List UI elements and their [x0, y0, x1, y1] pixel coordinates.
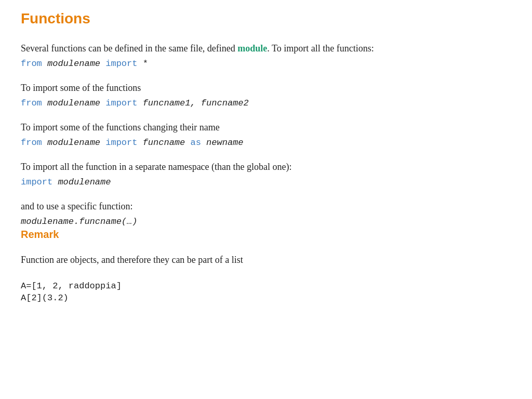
- code-modulename-funcname: modulename.funcname(…): [21, 217, 137, 227]
- import-namespace-text: To import all the function in a separate…: [21, 160, 511, 174]
- section-import-namespace: To import all the function in a separate…: [21, 160, 511, 187]
- code-star: *: [137, 59, 148, 69]
- intro-text-before: Several functions can be defined in the …: [21, 43, 237, 54]
- code-list-a: A=[1, 2, raddoppia]: [21, 281, 511, 291]
- section-objects: Function are objects, and therefore they…: [21, 253, 511, 303]
- page-title: Functions: [21, 10, 511, 27]
- kw-from-2: from: [21, 98, 42, 108]
- intro-text: Several functions can be defined in the …: [21, 42, 511, 56]
- intro-text-after: . To import all the functions:: [267, 43, 374, 54]
- code-funcname: funcname: [137, 138, 190, 148]
- kw-import-2: import: [105, 98, 137, 108]
- kw-from-1: from: [21, 59, 42, 69]
- code-call-a: A[2](3.2): [21, 293, 511, 303]
- objects-text: Function are objects, and therefore they…: [21, 253, 511, 267]
- code-modulename-2: modulename: [42, 98, 105, 108]
- kw-import-4: import: [21, 177, 52, 187]
- code-import-some: from modulename import funcname1, funcna…: [21, 98, 511, 108]
- use-function-text: and to use a specific function:: [21, 200, 511, 214]
- module-link[interactable]: module: [237, 43, 267, 54]
- code-import-rename: from modulename import funcname as newna…: [21, 138, 511, 148]
- import-some-text: To import some of the functions: [21, 81, 511, 95]
- code-modulename-4: modulename: [52, 177, 111, 187]
- section-import-rename: To import some of the functions changing…: [21, 121, 511, 148]
- kw-from-3: from: [21, 138, 42, 148]
- section-intro: Several functions can be defined in the …: [21, 42, 511, 69]
- code-funcnames: funcname1, funcname2: [137, 98, 248, 108]
- import-rename-text: To import some of the functions changing…: [21, 121, 511, 135]
- code-modulename-3: modulename: [42, 138, 105, 148]
- code-import-all: from modulename import *: [21, 59, 511, 69]
- section-import-some: To import some of the functions from mod…: [21, 81, 511, 108]
- code-newname: newname: [201, 138, 244, 148]
- section-use-function: and to use a specific function: modulena…: [21, 200, 511, 241]
- kw-as: as: [190, 138, 201, 148]
- kw-import-3: import: [105, 138, 137, 148]
- remark-title: Remark: [21, 229, 511, 241]
- code-import-namespace: import modulename: [21, 177, 511, 187]
- code-use-function: modulename.funcname(…): [21, 217, 511, 227]
- kw-import-1: import: [105, 59, 137, 69]
- code-modulename-1: modulename: [42, 59, 105, 69]
